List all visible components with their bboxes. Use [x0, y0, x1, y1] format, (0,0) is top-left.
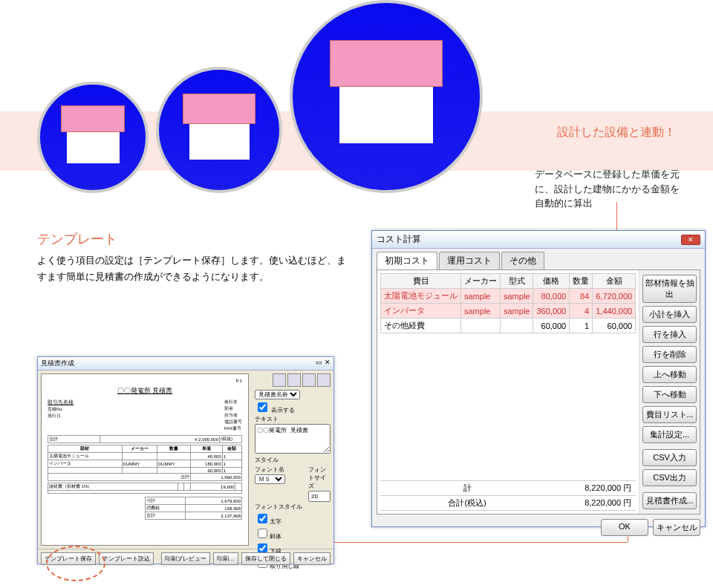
csv-in-button[interactable]: CSV入力 [642, 449, 697, 466]
info-company: 会社名 [224, 399, 242, 405]
estimate-document: P.1 〇〇発電所 見積書 取引先名様 見積No.発行日 会社名 部署 担当者 … [41, 373, 249, 546]
estimate-titlebar: 見積書作成 ▭ ✕ [38, 357, 333, 370]
cancel-button[interactable]: キャンセル [293, 552, 331, 565]
text-input[interactable]: 〇〇発電所 見積書 [255, 424, 331, 454]
info-fax: FAX番号 [224, 425, 242, 432]
fontstyle-label: フォントスタイル [255, 503, 331, 511]
info-person: 担当者 [224, 412, 242, 419]
estimate-title: 見積書作成 [41, 359, 74, 368]
template-section: テンプレート よく使う項目の設定は［テンプレート保存］します。使い込むほど、ます… [37, 230, 349, 285]
csv-out-button[interactable]: CSV出力 [642, 469, 697, 486]
tab-operation-cost[interactable]: 運用コスト [439, 252, 500, 270]
col: 数量 [157, 445, 190, 453]
cost-title: コスト計算 [377, 233, 421, 246]
cost-totals: 計 8,220,000 円 合計(税込) 8,220,000 円 [380, 480, 636, 511]
side-action-icon[interactable] [317, 373, 331, 387]
cancel-button[interactable]: キャンセル [653, 519, 700, 536]
extract-parts-button[interactable]: 部材情報を抽出 [642, 275, 697, 303]
sum-label: 計 [380, 481, 554, 495]
doc-items-table: 部材 メーカー 数量 単価 金額 太陽電池モジュール40,0001 インバータD… [48, 445, 242, 481]
info-tel: 電話番号 [224, 419, 242, 425]
size-input[interactable] [308, 491, 331, 502]
template-heading: テンプレート [37, 230, 349, 248]
aggregate-settings-button[interactable]: 集計設定... [642, 426, 697, 443]
info-dept: 部署 [224, 405, 242, 412]
move-up-button[interactable]: 上へ移動 [642, 366, 697, 383]
delete-row-button[interactable]: 行を削除 [642, 346, 697, 363]
cost-tabs: 初期コスト 運用コスト その他 [372, 249, 705, 270]
font-select[interactable]: ＭＳ Ｐゴシック [255, 474, 285, 484]
col: 単価 [190, 445, 222, 453]
style-label: スタイル [255, 456, 331, 464]
print-button[interactable]: 印刷… [213, 552, 238, 565]
insert-subtotal-button[interactable]: 小計を挿入 [642, 306, 697, 323]
tax-value: 8,220,000 [585, 498, 621, 507]
cost-dialog: コスト計算 ✕ 初期コスト 運用コスト その他 費目 メーカー 型式 価格 数量… [371, 230, 706, 527]
print-preview-button[interactable]: 印刷プレビュー [161, 552, 210, 565]
tax-label: 合計(税込) [380, 496, 554, 510]
estimate-dialog: 見積書作成 ▭ ✕ P.1 〇〇発電所 見積書 取引先名様 見積No.発行日 会… [37, 356, 334, 564]
col: メーカー [122, 445, 157, 453]
text-label: テキスト [255, 415, 331, 423]
part-select[interactable]: 見積書名称 [255, 390, 300, 399]
preview-circles [37, 0, 483, 193]
ok-button[interactable]: OK [601, 519, 648, 536]
move-down-button[interactable]: 下へ移動 [642, 386, 697, 403]
tab-initial-cost[interactable]: 初期コスト [377, 252, 437, 270]
col-amount: 金額 [593, 274, 636, 289]
dest-label: 取引先名様 [48, 399, 74, 406]
db-note: データベースに登録した単価を元に、設計した建物にかかる金額を自動的に算出 [535, 167, 683, 211]
close-icon[interactable]: ✕ [681, 235, 700, 245]
template-load-button[interactable]: テンプレート読込 [99, 552, 154, 565]
window-controls[interactable]: ▭ ✕ [316, 359, 331, 368]
table-row[interactable]: インバータ sample sample 360,000 4 1,440,000 [381, 304, 636, 318]
doc-title: 〇〇発電所 見積書 [48, 386, 242, 396]
table-row[interactable]: 太陽電池モジュール sample sample 80,000 84 6,720,… [381, 289, 636, 304]
show-checkbox[interactable]: 表示する [255, 400, 331, 414]
estimate-side-panel: 見積書名称 表示する テキスト 〇〇発電所 見積書 スタイル フォント名 ＭＳ … [252, 370, 333, 549]
save-close-button[interactable]: 保存して閉じる [241, 552, 290, 565]
preview-circle-1 [37, 82, 149, 193]
col: 金額 [222, 445, 241, 453]
side-action-icon[interactable] [302, 373, 316, 387]
col-maker: メーカー [461, 274, 501, 289]
col-price: 価格 [533, 274, 570, 289]
preview-circle-2 [156, 67, 282, 193]
cost-side-buttons: 部材情報を抽出 小計を挿入 行を挿入 行を削除 上へ移動 下へ移動 費目リスト.… [639, 270, 700, 514]
cost-titlebar: コスト計算 ✕ [372, 231, 705, 249]
size-label: フォントサイズ [308, 466, 331, 490]
side-action-icon[interactable] [273, 373, 286, 387]
col-item: 費目 [381, 274, 461, 289]
table-row[interactable]: その他経費 60,000 1 60,000 [381, 318, 636, 333]
item-list-button[interactable]: 費目リスト... [642, 406, 697, 423]
insert-row-button[interactable]: 行を挿入 [642, 326, 697, 343]
col: 部材 [48, 445, 123, 453]
template-body: よく使う項目の設定は［テンプレート保存］します。使い込むほど、ますます簡単に見積… [37, 252, 349, 285]
preview-circle-3 [290, 0, 483, 193]
side-action-icon[interactable] [287, 373, 301, 387]
font-label: フォント名 [255, 466, 305, 474]
cost-table[interactable]: 費目 メーカー 型式 価格 数量 金額 太陽電池モジュール sample sam… [380, 273, 636, 333]
italic-check[interactable]: 斜体 [255, 526, 331, 540]
bold-check[interactable]: 太字 [255, 512, 331, 526]
col-qty: 数量 [570, 274, 593, 289]
sum-value: 8,220,000 [585, 483, 621, 492]
highlight-circle [46, 546, 105, 581]
linked-callout: 設計した設備と連動！ [557, 125, 676, 140]
make-estimate-button[interactable]: 見積書作成... [642, 492, 697, 509]
tab-other[interactable]: その他 [501, 252, 544, 270]
col-model: 型式 [501, 274, 533, 289]
